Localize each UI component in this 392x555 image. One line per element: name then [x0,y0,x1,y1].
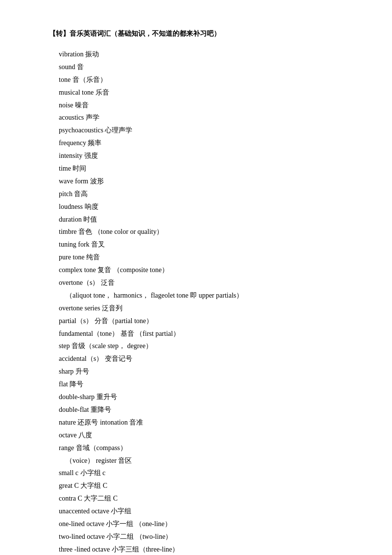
list-item: timbre 音色 （tone color or quality） [59,226,353,238]
page-title: 【转】音乐英语词汇（基础知识，不知道的都来补习吧） [49,29,353,38]
list-item: great C 大字组 C [59,479,353,492]
list-item: step 音级（scale step， degree） [59,340,353,353]
list-item: two-lined octave 小字二组 （two-line） [59,530,353,543]
list-item: musical tone 乐音 [59,86,353,99]
list-item: duration 时值 [59,213,353,226]
list-item: （voice） register 音区 [59,454,353,467]
list-item: tuning fork 音叉 [59,238,353,251]
list-item: loudness 响度 [59,201,353,213]
list-item: contra C 大字二组 C [59,492,353,505]
list-item: octave 八度 [59,429,353,442]
list-item: flat 降号 [59,378,353,391]
list-item: unaccented octave 小字组 [59,505,353,518]
list-item: （aliquot tone， harmonics， flageolet tone… [59,289,353,302]
list-item: pure tone 纯音 [59,251,353,264]
list-item: three -lined octave 小字三组（three-line） [59,543,353,555]
list-item: vibration 振动 [59,48,353,61]
list-item: complex tone 复音 （composite tone） [59,264,353,277]
list-item: wave form 波形 [59,175,353,188]
list-item: tone 音（乐音） [59,74,353,86]
list-item: one-lined octave 小字一组 （one-line） [59,518,353,530]
list-item: overtone series 泛音列 [59,302,353,315]
list-item: sharp 升号 [59,365,353,378]
list-item: partial（s） 分音（partial tone） [59,315,353,328]
list-item: range 音域（compass） [59,442,353,454]
list-item: noise 噪音 [59,99,353,112]
list-item: intensity 强度 [59,150,353,162]
list-item: double-sharp 重升号 [59,391,353,404]
vocab-list: vibration 振动sound 音tone 音（乐音）musical ton… [49,48,353,555]
list-item: sound 音 [59,61,353,74]
list-item: acoustics 声学 [59,111,353,124]
list-item: small c 小字组 c [59,467,353,479]
list-item: frequency 频率 [59,137,353,150]
list-item: psychoacoustics 心理声学 [59,124,353,137]
list-item: fundamental（tone） 基音 （first partial） [59,328,353,340]
list-item: accidental（s） 变音记号 [59,353,353,365]
list-item: pitch 音高 [59,188,353,201]
list-item: nature 还原号 intonation 音准 [59,416,353,429]
list-item: double-flat 重降号 [59,404,353,416]
list-item: time 时间 [59,162,353,175]
list-item: overtone（s） 泛音 [59,277,353,289]
